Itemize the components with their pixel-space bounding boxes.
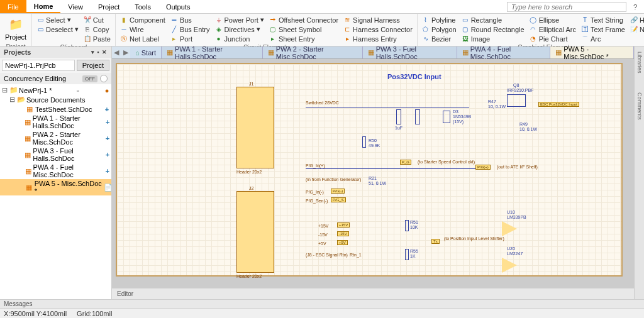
harnessentry-button[interactable]: ▸Harness Entry xyxy=(341,34,414,43)
tree-doc[interactable]: ▦PWA 2 - Starter Misc.SchDoc+ xyxy=(0,130,111,146)
comp-r51[interactable] xyxy=(405,220,409,231)
wire-button[interactable]: ─Wire xyxy=(118,25,167,34)
sheetentry-button[interactable]: ▸Sheet Entry xyxy=(267,34,340,43)
projects-panel: Projects ▾ ▪ ✕ NewPrj-1.PrjPcb Project C… xyxy=(0,47,112,299)
collapse-icon[interactable]: ⊟ xyxy=(1,86,8,94)
search-input[interactable] xyxy=(507,2,626,12)
collapse-icon[interactable]: ⊟ xyxy=(9,96,15,104)
project-dropdown-button[interactable]: Project xyxy=(77,60,109,71)
project-button[interactable]: 📁 Project xyxy=(3,15,29,43)
concurrency-toggle[interactable] xyxy=(100,75,108,82)
textstring-button[interactable]: TText String xyxy=(579,15,627,25)
port-tx[interactable]: Tx xyxy=(431,239,440,244)
comp-u10[interactable] xyxy=(502,221,517,236)
paste-button[interactable]: 📋Paste xyxy=(82,34,113,43)
tab-doc-active[interactable]: ▦PWA 5 - Misc.SchDoc * xyxy=(550,47,634,58)
polyline-button[interactable]: ⌇Polyline xyxy=(420,15,458,25)
rail-comments[interactable]: Comments xyxy=(636,92,643,120)
hyperlink-button[interactable]: 🔗Hyperlink xyxy=(628,15,644,25)
comp-r55[interactable] xyxy=(405,249,409,260)
schdoc-icon: ▦ xyxy=(268,48,274,57)
project-tree: ⊟ 📁 NewPrj-1 * ▫ ● ⊟ 📂 Source Documents … xyxy=(0,84,111,299)
comp-u20[interactable] xyxy=(502,258,517,273)
signalharness-button[interactable]: ≋Signal Harness xyxy=(341,15,414,25)
roundrect-button[interactable]: ▢Round Rectangle xyxy=(460,25,526,34)
schematic-sheet[interactable]: Pos32VDC Input J1 Header 20x2 J2 Header … xyxy=(116,63,623,277)
polygon-button[interactable]: ⬠Polygon xyxy=(420,25,458,34)
project-icon: 📁 xyxy=(8,17,23,32)
menu-outputs[interactable]: Outputs xyxy=(158,0,198,13)
note-button[interactable]: 📝Note xyxy=(628,25,644,34)
port-plus15[interactable]: +15V xyxy=(337,222,350,228)
menu-project[interactable]: Project xyxy=(91,0,127,13)
component-button[interactable]: ▮Component xyxy=(118,15,167,25)
tab-doc[interactable]: ▦PWA 4 - Fuel Misc.SchDoc xyxy=(457,47,550,58)
project-file-input[interactable]: NewPrj-1.PrjPcb xyxy=(2,60,75,71)
polygon-icon: ⬠ xyxy=(422,26,430,33)
panel-menu-icon[interactable]: ▾ ▪ ✕ xyxy=(91,49,108,55)
elliparc-button[interactable]: ◠Elliptical Arc xyxy=(528,25,578,34)
comp-c2[interactable] xyxy=(415,109,420,124)
tab-nav-right[interactable]: ▶ xyxy=(121,47,131,58)
note-icon: 📝 xyxy=(630,26,638,33)
tab-nav-left[interactable]: ◀ xyxy=(112,47,121,58)
netlabel-button[interactable]: ⓃNet Label xyxy=(118,34,167,43)
tree-doc-active[interactable]: ▦PWA 5 - Misc.SchDoc *📄 xyxy=(0,179,111,195)
tree-folder[interactable]: ⊟ 📂 Source Documents xyxy=(0,95,111,104)
rectangle-button[interactable]: ▭Rectangle xyxy=(460,15,526,25)
copy-button[interactable]: ⎘Copy xyxy=(82,25,113,34)
powerport-button[interactable]: ⏚Power Port ▾ xyxy=(213,15,266,25)
tree-root[interactable]: ⊟ 📁 NewPrj-1 * ▫ ● xyxy=(0,85,111,95)
tree-doc[interactable]: ▦TestSheet.SchDoc+ xyxy=(0,104,111,114)
schematic-canvas[interactable]: Pos32VDC Input J1 Header 20x2 J2 Header … xyxy=(112,59,634,288)
menu-tools[interactable]: Tools xyxy=(127,0,158,13)
harnessconn-button[interactable]: ⊏Harness Connector xyxy=(341,25,414,34)
comp-r50[interactable] xyxy=(362,136,366,148)
ribbon: 📁 Project Project ▭Select ▾ ▭Deselect ▾ … xyxy=(0,14,644,47)
tree-doc[interactable]: ▦PWA 4 - Fuel Misc.SchDoc+ xyxy=(0,163,111,179)
comp-d3[interactable] xyxy=(443,111,450,123)
ribbon-group-circuit: ▮Component ─Wire ⓃNet Label ═Bus ╱Bus En… xyxy=(116,14,418,46)
rail-libraries[interactable]: Libraries xyxy=(636,52,643,74)
projects-panel-header[interactable]: Projects ▾ ▪ ✕ xyxy=(0,47,111,58)
tree-doc[interactable]: ▦PWA 1 - Starter Halls.SchDoc+ xyxy=(0,114,111,130)
arc-button[interactable]: ⌒Arc xyxy=(579,34,627,43)
cut-button[interactable]: ✂️Cut xyxy=(82,15,113,25)
tab-doc[interactable]: ▦PWA 3 - Fuel Halls.SchDoc xyxy=(363,47,457,58)
help-icon[interactable]: ? xyxy=(629,0,641,13)
piechart-button[interactable]: ◔Pie Chart xyxy=(528,34,578,43)
ellipse-button[interactable]: ◯Ellipse xyxy=(528,15,578,25)
textframe-button[interactable]: 🅃Text Frame xyxy=(579,25,627,34)
messages-panel-header[interactable]: Messages xyxy=(0,299,644,308)
select-button[interactable]: ▭Select ▾ xyxy=(35,15,80,25)
port-pgsen[interactable]: P/G_S xyxy=(331,197,346,202)
port-pgout[interactable]: P/G(+) xyxy=(475,165,491,170)
deselect-button[interactable]: ▭Deselect ▾ xyxy=(35,25,80,34)
editor-footer-tab[interactable]: Editor xyxy=(112,288,634,299)
busentry-button[interactable]: ╱Bus Entry xyxy=(169,25,212,34)
junction-button[interactable]: ●Junction xyxy=(213,34,266,43)
bezier-button[interactable]: ∿Bezier xyxy=(420,34,458,43)
tab-doc[interactable]: ▦PWA 2 - Starter Misc.SchDoc xyxy=(263,47,363,58)
sheetsymbol-button[interactable]: ▢Sheet Symbol xyxy=(267,25,340,34)
port-plus5[interactable]: +5V xyxy=(337,240,348,245)
tree-doc[interactable]: ▦PWA 3 - Fuel Halls.SchDoc+ xyxy=(0,146,111,163)
menu-home[interactable]: Home xyxy=(26,0,61,13)
directives-button[interactable]: ◈Directives ▾ xyxy=(213,25,266,34)
comp-c1[interactable] xyxy=(396,109,401,124)
image-button[interactable]: 🖼Image xyxy=(460,34,526,43)
port-esc-pos32[interactable]: ESC Pos32VDC Input xyxy=(538,102,579,107)
port-pg[interactable]: P_G xyxy=(400,160,411,165)
tab-doc[interactable]: ▦PWA 1 - Starter Halls.SchDoc xyxy=(162,47,263,58)
comp-q8[interactable] xyxy=(507,94,526,107)
offsheet-button[interactable]: ⮕Offsheet Connector xyxy=(267,15,340,25)
header-j2[interactable] xyxy=(236,191,274,273)
port-pgin2[interactable]: P/G(-) xyxy=(331,189,345,194)
port-button[interactable]: ▸Port xyxy=(169,34,212,43)
port-minus15[interactable]: -15V xyxy=(337,231,349,236)
bus-button[interactable]: ═Bus xyxy=(169,15,212,25)
menu-file[interactable]: File xyxy=(0,0,26,13)
menu-view[interactable]: View xyxy=(60,0,91,13)
tab-start[interactable]: ⌂Start xyxy=(130,47,162,58)
header-j1[interactable] xyxy=(236,87,274,168)
